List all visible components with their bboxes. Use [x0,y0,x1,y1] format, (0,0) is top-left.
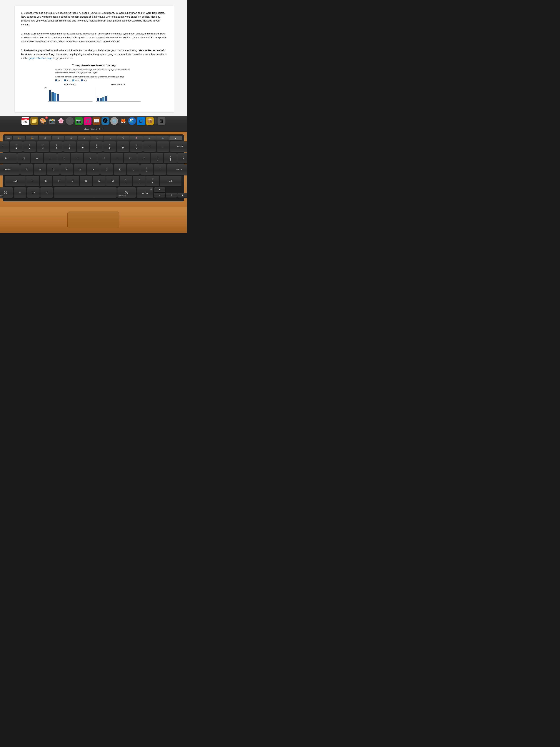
key-shift-left[interactable]: shift [5,176,26,186]
key-q[interactable]: Q [18,153,30,163]
key-x[interactable]: X [39,176,52,186]
dock-flower-icon[interactable]: 🌸 [57,117,65,125]
fn-key-f2[interactable]: 🔆F2 [26,136,38,140]
key-7[interactable]: &7 [90,141,103,152]
key-cmd-left[interactable]: ⌘ mand [0,187,13,198]
key-a[interactable]: A [20,164,33,175]
key-j[interactable]: J [100,164,113,175]
key-return[interactable]: return [167,164,187,175]
dock-camera-icon[interactable]: 📷 [75,117,83,125]
key-g[interactable]: G [74,164,86,175]
key-b[interactable]: B [80,176,92,186]
key-l[interactable]: L [127,164,140,175]
key-t[interactable]: T [71,153,83,163]
key-m[interactable]: M [106,176,119,186]
key-9[interactable]: (9 [117,141,129,152]
dock-windows-icon[interactable]: ⊞ [137,117,145,125]
key-v[interactable]: V [66,176,79,186]
chart-group-highschool: HIGH SCHOOL 25% [48,83,92,102]
key-tilde[interactable]: ~` [0,141,9,152]
fn-key-f9[interactable]: ►►F9 [117,136,130,140]
key-comma[interactable]: <, [119,176,132,186]
key-slash[interactable]: ?/ [146,176,159,186]
key-delete[interactable]: delete [170,141,187,152]
key-k[interactable]: K [114,164,126,175]
fn-key-f7[interactable]: ◄◄F7 [91,136,104,140]
key-arrow-down[interactable]: ▼ [166,193,177,198]
fn-key-f3[interactable]: ⊞F3 [39,136,51,140]
q1-text: 1. Suppose you had a group of 72 people.… [21,11,167,27]
key-s[interactable]: S [34,164,46,175]
key-arrow-left[interactable]: ◄ [154,193,165,198]
dock-firefox-icon[interactable]: 🦊 [119,117,127,125]
key-minus[interactable]: _− [143,141,156,152]
key-option-right[interactable]: alt option [137,187,153,198]
dock-finder-icon[interactable]: 📁 [30,117,38,125]
key-period[interactable]: >. [133,176,145,186]
key-h[interactable]: H [87,164,100,175]
key-6[interactable]: ^6 [77,141,89,152]
number-row: ~` !1 @2 #3 $4 %5 ^6 &7 [5,141,182,152]
power-key[interactable]: ⏏ [169,136,182,140]
key-5[interactable]: %5 [63,141,76,152]
key-i[interactable]: I [111,153,123,163]
key-quote[interactable]: "' [154,164,166,175]
dock-music-icon[interactable]: 🎵 [84,117,91,125]
key-u[interactable]: U [98,153,110,163]
key-space[interactable] [54,187,117,198]
fn-key-f4[interactable]: ⠿F4 [52,136,64,140]
key-1[interactable]: !1 [10,141,23,152]
key-c[interactable]: C [53,176,65,186]
key-equals[interactable]: += [157,141,169,152]
key-0[interactable]: )0 [130,141,142,152]
key-8[interactable]: *8 [103,141,116,152]
fn-key-f8[interactable]: ►IIF8 [104,136,116,140]
key-n[interactable]: N [93,176,106,186]
dock-dots-icon[interactable]: ··· [66,117,74,125]
key-d[interactable]: D [47,164,60,175]
dock-trash-icon[interactable]: 🗑 [158,117,165,125]
key-tab[interactable]: tab [0,153,17,163]
dock-calendar-icon[interactable]: JAN 26 [22,117,29,125]
dock-photos-icon[interactable]: 📸 [48,117,56,125]
key-p[interactable]: P [137,153,150,163]
fn-key-f1[interactable]: 🔆F1 [13,136,25,140]
graph-reflection-link[interactable]: graph reflection page [29,57,52,59]
dock-appstore-icon[interactable]: 🅐 [102,117,109,125]
key-r[interactable]: R [57,153,70,163]
key-4[interactable]: $4 [50,141,62,152]
fn-key-f6[interactable]: ☀+F6 [78,136,90,140]
dock-settings-icon[interactable]: ⚙️ [110,117,118,125]
fn-key-f5[interactable]: ☀-F5 [65,136,77,140]
key-ctrl[interactable]: ctrl [27,187,39,198]
bar-hs-2011 [49,90,51,101]
key-z[interactable]: Z [26,176,39,186]
key-cmd-right[interactable]: ⌘ command [117,187,136,198]
key-f[interactable]: F [60,164,73,175]
key-bracket-left[interactable]: {[ [151,153,163,163]
dock-book-icon[interactable]: 📖 [92,117,100,125]
key-semicolon[interactable]: :; [140,164,153,175]
key-e[interactable]: E [44,153,57,163]
key-backslash[interactable]: |\ [178,153,187,163]
key-y[interactable]: Y [84,153,97,163]
dock-wave-icon[interactable]: 🌊 [128,117,136,125]
fn-key-f11[interactable]: 🔈F11 [143,136,156,140]
dock-package-icon[interactable]: 📦 [146,117,154,125]
key-arrow-up[interactable]: ▲ [154,187,165,192]
key-arrow-right[interactable]: ► [178,193,187,198]
key-fn[interactable]: fn [14,187,26,198]
key-2[interactable]: @2 [23,141,36,152]
key-o[interactable]: O [124,153,137,163]
key-capslock[interactable]: caps lock [0,164,20,175]
fn-key-f10[interactable]: 🔇F10 [130,136,142,140]
key-alt-left[interactable]: ⌥ [41,187,53,198]
fn-key-esc[interactable]: esc [5,136,12,140]
key-w[interactable]: W [31,153,43,163]
trackpad[interactable] [68,212,119,228]
dock-sketch-icon[interactable]: 🎨 2 [39,117,47,125]
key-shift-right[interactable]: shift [160,176,182,186]
fn-key-f12[interactable]: 🔊F12 [156,136,169,140]
key-3[interactable]: #3 [37,141,49,152]
key-bracket-right[interactable]: }] [164,153,177,163]
